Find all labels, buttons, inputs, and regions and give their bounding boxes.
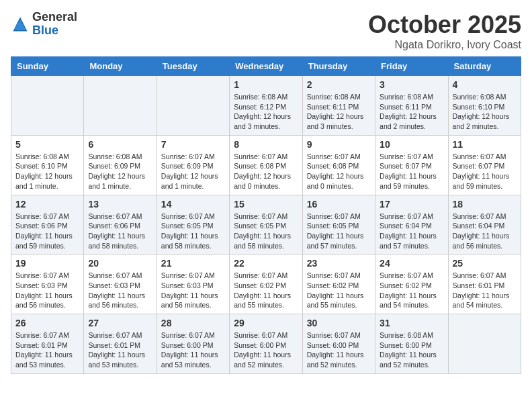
day-number: 12 bbox=[15, 199, 79, 210]
day-number: 27 bbox=[88, 318, 152, 328]
day-number: 31 bbox=[380, 318, 443, 328]
day-info: Sunrise: 6:07 AM Sunset: 6:05 PM Dayligh… bbox=[234, 212, 298, 251]
table-row: 29Sunrise: 6:07 AM Sunset: 6:00 PM Dayli… bbox=[230, 314, 302, 374]
calendar-week-row: 12Sunrise: 6:07 AM Sunset: 6:06 PM Dayli… bbox=[11, 195, 521, 255]
location-title: Ngata Dorikro, Ivory Coast bbox=[368, 39, 521, 51]
day-info: Sunrise: 6:07 AM Sunset: 6:01 PM Dayligh… bbox=[15, 330, 79, 370]
day-info: Sunrise: 6:07 AM Sunset: 6:03 PM Dayligh… bbox=[161, 271, 225, 310]
header-sunday: Sunday bbox=[11, 57, 84, 76]
table-row: 7Sunrise: 6:07 AM Sunset: 6:09 PM Daylig… bbox=[157, 135, 229, 195]
day-number: 25 bbox=[453, 258, 517, 269]
day-number: 11 bbox=[453, 139, 517, 150]
table-row: 17Sunrise: 6:07 AM Sunset: 6:04 PM Dayli… bbox=[375, 195, 448, 255]
day-info: Sunrise: 6:07 AM Sunset: 6:06 PM Dayligh… bbox=[15, 212, 79, 251]
day-number: 28 bbox=[161, 318, 225, 328]
table-row: 11Sunrise: 6:07 AM Sunset: 6:07 PM Dayli… bbox=[448, 135, 521, 195]
table-row: 13Sunrise: 6:07 AM Sunset: 6:06 PM Dayli… bbox=[84, 195, 157, 255]
table-row: 27Sunrise: 6:07 AM Sunset: 6:01 PM Dayli… bbox=[84, 314, 157, 374]
day-info: Sunrise: 6:07 AM Sunset: 6:04 PM Dayligh… bbox=[380, 212, 443, 251]
day-info: Sunrise: 6:07 AM Sunset: 6:02 PM Dayligh… bbox=[380, 271, 443, 310]
table-row: 15Sunrise: 6:07 AM Sunset: 6:05 PM Dayli… bbox=[230, 195, 302, 255]
day-info: Sunrise: 6:07 AM Sunset: 6:04 PM Dayligh… bbox=[453, 212, 517, 251]
table-row: 21Sunrise: 6:07 AM Sunset: 6:03 PM Dayli… bbox=[157, 255, 229, 314]
day-number: 6 bbox=[88, 139, 152, 150]
month-title: October 2025 bbox=[368, 11, 521, 39]
day-number: 7 bbox=[161, 139, 225, 150]
header-wednesday: Wednesday bbox=[230, 57, 302, 76]
day-info: Sunrise: 6:08 AM Sunset: 6:00 PM Dayligh… bbox=[380, 330, 443, 370]
table-row: 19Sunrise: 6:07 AM Sunset: 6:03 PM Dayli… bbox=[11, 255, 84, 314]
header-monday: Monday bbox=[84, 57, 157, 76]
day-info: Sunrise: 6:08 AM Sunset: 6:10 PM Dayligh… bbox=[15, 152, 79, 191]
day-number: 5 bbox=[15, 139, 79, 150]
day-number: 13 bbox=[88, 199, 152, 210]
table-row bbox=[157, 76, 229, 136]
day-number: 8 bbox=[234, 139, 298, 150]
calendar-table: Sunday Monday Tuesday Wednesday Thursday… bbox=[11, 56, 521, 374]
header-saturday: Saturday bbox=[448, 57, 521, 76]
day-info: Sunrise: 6:07 AM Sunset: 6:07 PM Dayligh… bbox=[453, 152, 517, 191]
day-info: Sunrise: 6:07 AM Sunset: 6:01 PM Dayligh… bbox=[453, 271, 517, 310]
day-number: 1 bbox=[234, 79, 298, 90]
svg-marker-1 bbox=[14, 19, 26, 30]
day-info: Sunrise: 6:07 AM Sunset: 6:07 PM Dayligh… bbox=[380, 152, 443, 191]
header-tuesday: Tuesday bbox=[157, 57, 229, 76]
calendar-week-row: 26Sunrise: 6:07 AM Sunset: 6:01 PM Dayli… bbox=[11, 314, 521, 374]
logo: General Blue bbox=[11, 11, 77, 38]
day-info: Sunrise: 6:07 AM Sunset: 6:08 PM Dayligh… bbox=[307, 152, 371, 191]
table-row: 9Sunrise: 6:07 AM Sunset: 6:08 PM Daylig… bbox=[302, 135, 375, 195]
calendar-header-row: Sunday Monday Tuesday Wednesday Thursday… bbox=[11, 57, 521, 76]
logo-blue: Blue bbox=[32, 24, 58, 37]
day-info: Sunrise: 6:08 AM Sunset: 6:11 PM Dayligh… bbox=[380, 92, 443, 132]
table-row: 8Sunrise: 6:07 AM Sunset: 6:08 PM Daylig… bbox=[230, 135, 302, 195]
logo-text: General Blue bbox=[32, 11, 77, 38]
day-number: 16 bbox=[307, 199, 371, 210]
title-area: October 2025 Ngata Dorikro, Ivory Coast bbox=[368, 11, 521, 51]
day-number: 9 bbox=[307, 139, 371, 150]
day-info: Sunrise: 6:08 AM Sunset: 6:12 PM Dayligh… bbox=[234, 92, 298, 132]
table-row bbox=[11, 76, 84, 136]
table-row: 26Sunrise: 6:07 AM Sunset: 6:01 PM Dayli… bbox=[11, 314, 84, 374]
day-info: Sunrise: 6:08 AM Sunset: 6:11 PM Dayligh… bbox=[307, 92, 371, 132]
calendar-week-row: 1Sunrise: 6:08 AM Sunset: 6:12 PM Daylig… bbox=[11, 76, 521, 136]
day-number: 20 bbox=[88, 258, 152, 269]
table-row: 4Sunrise: 6:08 AM Sunset: 6:10 PM Daylig… bbox=[448, 76, 521, 136]
table-row: 25Sunrise: 6:07 AM Sunset: 6:01 PM Dayli… bbox=[448, 255, 521, 314]
table-row: 2Sunrise: 6:08 AM Sunset: 6:11 PM Daylig… bbox=[302, 76, 375, 136]
page-header: General Blue October 2025 Ngata Dorikro,… bbox=[11, 11, 521, 51]
table-row: 5Sunrise: 6:08 AM Sunset: 6:10 PM Daylig… bbox=[11, 135, 84, 195]
day-info: Sunrise: 6:07 AM Sunset: 6:00 PM Dayligh… bbox=[234, 330, 298, 370]
table-row: 12Sunrise: 6:07 AM Sunset: 6:06 PM Dayli… bbox=[11, 195, 84, 255]
table-row: 1Sunrise: 6:08 AM Sunset: 6:12 PM Daylig… bbox=[230, 76, 302, 136]
day-info: Sunrise: 6:07 AM Sunset: 6:03 PM Dayligh… bbox=[88, 271, 152, 310]
day-number: 10 bbox=[380, 139, 443, 150]
table-row: 20Sunrise: 6:07 AM Sunset: 6:03 PM Dayli… bbox=[84, 255, 157, 314]
day-number: 22 bbox=[234, 258, 298, 269]
day-info: Sunrise: 6:07 AM Sunset: 6:01 PM Dayligh… bbox=[88, 330, 152, 370]
day-info: Sunrise: 6:07 AM Sunset: 6:02 PM Dayligh… bbox=[234, 271, 298, 310]
day-info: Sunrise: 6:07 AM Sunset: 6:05 PM Dayligh… bbox=[161, 212, 225, 251]
table-row: 3Sunrise: 6:08 AM Sunset: 6:11 PM Daylig… bbox=[375, 76, 448, 136]
table-row: 23Sunrise: 6:07 AM Sunset: 6:02 PM Dayli… bbox=[302, 255, 375, 314]
day-info: Sunrise: 6:07 AM Sunset: 6:05 PM Dayligh… bbox=[307, 212, 371, 251]
day-number: 30 bbox=[307, 318, 371, 328]
day-info: Sunrise: 6:07 AM Sunset: 6:00 PM Dayligh… bbox=[161, 330, 225, 370]
table-row: 30Sunrise: 6:07 AM Sunset: 6:00 PM Dayli… bbox=[302, 314, 375, 374]
table-row: 16Sunrise: 6:07 AM Sunset: 6:05 PM Dayli… bbox=[302, 195, 375, 255]
day-number: 14 bbox=[161, 199, 225, 210]
day-info: Sunrise: 6:07 AM Sunset: 6:09 PM Dayligh… bbox=[161, 152, 225, 191]
day-number: 3 bbox=[380, 79, 443, 90]
table-row: 10Sunrise: 6:07 AM Sunset: 6:07 PM Dayli… bbox=[375, 135, 448, 195]
day-info: Sunrise: 6:08 AM Sunset: 6:10 PM Dayligh… bbox=[453, 92, 517, 132]
table-row: 14Sunrise: 6:07 AM Sunset: 6:05 PM Dayli… bbox=[157, 195, 229, 255]
table-row: 22Sunrise: 6:07 AM Sunset: 6:02 PM Dayli… bbox=[230, 255, 302, 314]
day-number: 2 bbox=[307, 79, 371, 90]
day-number: 23 bbox=[307, 258, 371, 269]
logo-general: General bbox=[32, 10, 77, 24]
header-friday: Friday bbox=[375, 57, 448, 76]
table-row: 18Sunrise: 6:07 AM Sunset: 6:04 PM Dayli… bbox=[448, 195, 521, 255]
day-number: 4 bbox=[453, 79, 517, 90]
day-number: 21 bbox=[161, 258, 225, 269]
day-info: Sunrise: 6:07 AM Sunset: 6:02 PM Dayligh… bbox=[307, 271, 371, 310]
day-number: 24 bbox=[380, 258, 443, 269]
